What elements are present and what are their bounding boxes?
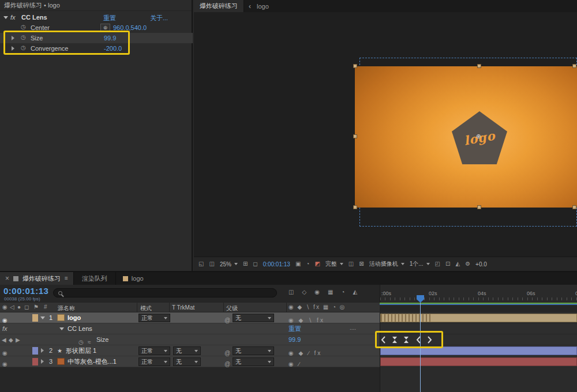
layer-bar-logo[interactable]: [380, 314, 577, 322]
collapse-effect-icon[interactable]: [59, 327, 64, 330]
camera-dropdown[interactable]: 活动摄像机: [369, 260, 404, 268]
convergence-value[interactable]: -200.0: [104, 45, 122, 52]
region-of-interest-icon[interactable]: ◫: [349, 261, 354, 267]
column-trkmat[interactable]: T TrkMat: [172, 304, 194, 311]
label-color-chip[interactable]: [32, 358, 38, 365]
draft-3d-icon[interactable]: ◇: [302, 289, 306, 295]
column-source-name[interactable]: 源名称: [58, 304, 75, 312]
parent-dropdown[interactable]: 无: [233, 314, 274, 322]
blend-mode-dropdown[interactable]: 正常: [138, 314, 170, 322]
label-color-chip[interactable]: [32, 314, 38, 322]
expand-layer-icon[interactable]: [41, 348, 44, 353]
selection-handle[interactable]: [477, 205, 481, 209]
mask-visibility-icon[interactable]: ◻: [253, 261, 257, 267]
show-channel-icon[interactable]: ◩: [314, 261, 320, 267]
mini-flowchart-icon[interactable]: ◫: [288, 289, 294, 295]
time-ruler[interactable]: :00s 02s 04s 06s 0: [380, 285, 577, 303]
snapshot-icon[interactable]: ▣: [295, 261, 301, 267]
selection-handle[interactable]: [353, 134, 357, 138]
settings-gear-icon[interactable]: ⚙: [465, 261, 470, 267]
layer-name[interactable]: 形状图层 1: [66, 345, 96, 356]
center-value[interactable]: 960.0,540.0: [113, 24, 147, 31]
effect-name[interactable]: CC Lens: [21, 14, 47, 21]
layer-name[interactable]: logo: [68, 312, 81, 323]
composition-viewer[interactable]: logo ⊕: [194, 12, 577, 257]
layer-bar-solid[interactable]: [380, 357, 577, 366]
size-value[interactable]: 99.9: [288, 334, 301, 345]
trkmat-dropdown[interactable]: 无: [173, 346, 201, 355]
motion-blur-icon[interactable]: ◔: [341, 289, 344, 295]
collapse-layer-icon[interactable]: [40, 316, 45, 319]
layer-switches[interactable]: ◉ ∕: [288, 359, 301, 370]
layer-bar-shape[interactable]: [380, 346, 577, 355]
effect-name[interactable]: CC Lens: [68, 323, 92, 334]
effect-about-link[interactable]: 关于...: [150, 14, 168, 22]
selection-handle[interactable]: [477, 64, 481, 68]
frame-blend-icon[interactable]: ▦: [328, 289, 333, 295]
pixel-aspect-icon[interactable]: ◰: [435, 261, 440, 267]
always-preview-icon[interactable]: ◱: [198, 261, 204, 267]
tab-logo[interactable]: logo: [257, 3, 269, 10]
selection-handle[interactable]: [353, 205, 357, 209]
layer-row-solid[interactable]: ◉ 3 中等灰色-橙色...1 正常 无 @ 无 ◉ ∕: [0, 356, 380, 367]
tab-composition[interactable]: 爆炸破碎练习: [194, 0, 244, 12]
view-layout-dropdown[interactable]: 1个...: [410, 260, 430, 268]
prev-keyframe-icon[interactable]: ◀: [2, 334, 6, 345]
playhead-line[interactable]: [420, 295, 421, 392]
fast-previews-icon[interactable]: ⊡: [445, 261, 450, 267]
mini-timeline-icon[interactable]: ◭: [455, 261, 460, 267]
property-row-size[interactable]: ◀ ◆ ▶ ◷ ≈ Size 99.9: [0, 334, 380, 345]
effect-reset-link[interactable]: 重置: [288, 323, 301, 334]
exposure-value[interactable]: +0.0: [475, 261, 487, 267]
stopwatch-icon[interactable]: ◷: [21, 24, 26, 30]
stopwatch-icon[interactable]: ◷: [21, 35, 26, 40]
eye-toggle-icon[interactable]: ◉: [2, 359, 8, 370]
keyframe-hourglass-icon[interactable]: [392, 336, 398, 345]
effect-reset-link[interactable]: 重置: [103, 14, 116, 22]
composition-frame[interactable]: logo ⊕: [355, 66, 577, 208]
graph-editor-icon[interactable]: ◭: [353, 289, 357, 295]
expand-size-icon[interactable]: [12, 36, 14, 40]
panel-menu-icon[interactable]: ≡: [65, 276, 68, 281]
parent-dropdown[interactable]: 无: [233, 357, 274, 366]
expand-convergence-icon[interactable]: [12, 46, 14, 51]
trkmat-dropdown[interactable]: 无: [173, 357, 201, 366]
tab-render-queue[interactable]: 渲染队列: [74, 272, 116, 285]
effect-row-cc-lens[interactable]: fx CC Lens 重置 ....: [0, 323, 380, 334]
size-value[interactable]: 99.9: [104, 35, 116, 42]
transparency-grid-icon[interactable]: ⊠: [359, 261, 364, 267]
column-mode[interactable]: 模式: [140, 304, 152, 312]
selection-handle[interactable]: [572, 64, 576, 68]
keyframe-hourglass-icon[interactable]: [403, 336, 409, 345]
layer-row-shape[interactable]: ◉ 2 ★ 形状图层 1 正常 无 @ 无 ◉ ◆ ∕ fx: [0, 345, 380, 356]
blend-mode-dropdown[interactable]: 正常: [138, 346, 170, 355]
keyframe-ease-left-icon[interactable]: [380, 336, 386, 345]
column-parent[interactable]: 父级: [226, 304, 238, 312]
layer-name[interactable]: 中等灰色-橙色...1: [68, 356, 117, 367]
label-color-chip[interactable]: [32, 347, 38, 355]
stopwatch-icon[interactable]: ◷: [21, 45, 26, 51]
tab-timeline-logo[interactable]: logo: [116, 272, 151, 285]
selection-handle[interactable]: [353, 64, 357, 68]
next-keyframe-icon[interactable]: ▶: [16, 334, 20, 345]
blend-mode-dropdown[interactable]: 正常: [138, 357, 170, 366]
split-view-icon[interactable]: ◫: [209, 261, 214, 267]
collapse-effect-icon[interactable]: [3, 16, 8, 19]
show-snapshot-icon[interactable]: ◔: [306, 261, 309, 267]
keyframe-ease-right-icon[interactable]: [427, 336, 433, 345]
selection-handle[interactable]: [572, 205, 576, 209]
viewer-timecode[interactable]: 0:00:01:13: [263, 261, 290, 267]
parent-dropdown[interactable]: 无: [233, 346, 274, 355]
expand-layer-icon[interactable]: [41, 359, 44, 364]
flowchart-back-icon[interactable]: ‹: [249, 3, 251, 10]
shy-layers-icon[interactable]: ◉: [314, 289, 320, 295]
parent-pickwhip-icon[interactable]: @: [224, 359, 230, 370]
close-tab-icon[interactable]: ×: [5, 275, 9, 282]
effect-controls-panel-title[interactable]: 爆炸破碎练习 • logo: [0, 0, 192, 11]
anchor-point-icon[interactable]: ⊕: [476, 133, 481, 140]
current-keyframe-icon[interactable]: ◆: [9, 334, 13, 345]
current-timecode[interactable]: 0:00:01:13: [3, 286, 48, 296]
magnification-dropdown[interactable]: 25%: [220, 261, 238, 267]
resolution-dropdown[interactable]: 完整: [325, 260, 343, 268]
tab-timeline-composition[interactable]: × 爆炸破碎练习 ≡: [0, 272, 74, 285]
